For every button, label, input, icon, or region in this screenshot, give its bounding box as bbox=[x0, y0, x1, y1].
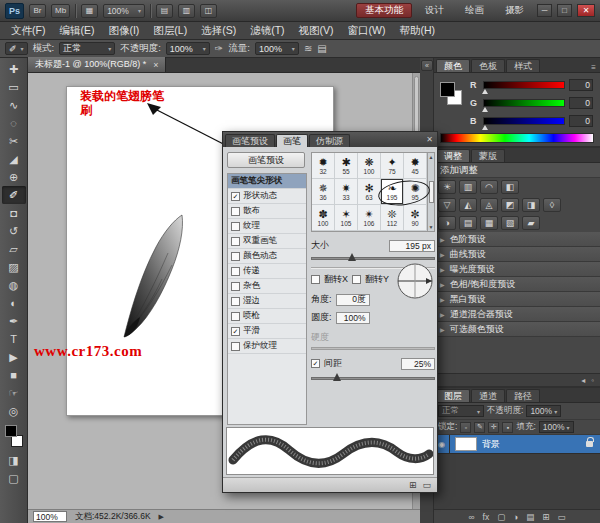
color-spectrum-ramp[interactable] bbox=[440, 133, 594, 143]
brush-tip[interactable]: ✸45 bbox=[404, 153, 427, 179]
add-mask-icon[interactable]: ▢ bbox=[497, 512, 505, 522]
color-balance-icon[interactable]: ◬ bbox=[480, 198, 498, 212]
brush-tip-wing-selected[interactable]: ❧195 bbox=[381, 179, 404, 205]
vibrance-icon[interactable]: ▽ bbox=[438, 198, 456, 212]
tab-color[interactable]: 颜色 bbox=[436, 59, 470, 72]
close-icon[interactable]: × bbox=[153, 60, 158, 70]
menu-window[interactable]: 窗口(W) bbox=[341, 22, 393, 39]
checkbox[interactable] bbox=[231, 342, 240, 351]
layer-thumbnail[interactable] bbox=[455, 437, 477, 451]
tab-adjustments[interactable]: 调整 bbox=[436, 149, 470, 162]
workspace-painting[interactable]: 绘画 bbox=[457, 3, 492, 18]
lasso-tool[interactable]: ∿ bbox=[2, 96, 26, 114]
transfer-item[interactable]: 传递 bbox=[228, 264, 306, 279]
menu-filter[interactable]: 滤镜(T) bbox=[243, 22, 291, 39]
spacing-checkbox[interactable]: ✓ bbox=[311, 359, 320, 368]
blue-slider[interactable] bbox=[483, 117, 565, 125]
quick-selection-tool[interactable]: ◌ bbox=[2, 114, 26, 132]
brush-preset-picker[interactable]: ✐ ▾ bbox=[5, 42, 28, 55]
scroll-up-icon[interactable]: ▲ bbox=[429, 154, 434, 160]
tab-swatches[interactable]: 色板 bbox=[471, 59, 505, 72]
levels-icon[interactable]: ▥ bbox=[459, 180, 477, 194]
slider-thumb[interactable] bbox=[482, 125, 488, 130]
brush-tip[interactable]: ✷33 bbox=[335, 179, 358, 205]
expander-icon[interactable]: ▶ bbox=[440, 326, 445, 333]
zoom-tool[interactable]: ◎ bbox=[2, 402, 26, 420]
path-selection-tool[interactable]: ▶ bbox=[2, 348, 26, 366]
roundness-value-field[interactable]: 100% bbox=[336, 312, 370, 324]
red-slider[interactable] bbox=[483, 81, 565, 89]
checkbox[interactable] bbox=[231, 282, 240, 291]
lock-all-icon[interactable]: ▪ bbox=[502, 422, 513, 433]
spacing-slider[interactable] bbox=[311, 373, 435, 382]
brush-tip[interactable]: ❊112 bbox=[381, 205, 404, 231]
brightness-contrast-icon[interactable]: ☀ bbox=[438, 180, 456, 194]
brush-tip[interactable]: ✽100 bbox=[312, 205, 335, 231]
brush-tip[interactable]: ✱55 bbox=[335, 153, 358, 179]
menu-image[interactable]: 图像(I) bbox=[101, 22, 146, 39]
levels-presets-item[interactable]: ▶ 色阶预设 bbox=[434, 232, 600, 247]
menu-select[interactable]: 选择(S) bbox=[194, 22, 243, 39]
pen-tool[interactable]: ✒ bbox=[2, 312, 26, 330]
brush-tool[interactable]: ✐ bbox=[2, 186, 26, 204]
scattering-item[interactable]: 散布 bbox=[228, 204, 306, 219]
eyedropper-tool[interactable]: ◢ bbox=[2, 150, 26, 168]
dodge-tool[interactable]: ◐ bbox=[2, 294, 26, 312]
adjustment-layer-icon[interactable]: ◑ bbox=[513, 512, 518, 522]
bridge-button[interactable]: Br bbox=[29, 4, 46, 18]
brush-tip[interactable]: ✦75 bbox=[381, 153, 404, 179]
airbrush-item[interactable]: 喷枪 bbox=[228, 309, 306, 324]
checkbox[interactable] bbox=[231, 312, 240, 321]
checkbox[interactable]: ✓ bbox=[231, 192, 240, 201]
red-value-field[interactable]: 0 bbox=[569, 79, 593, 91]
expander-icon[interactable]: ▶ bbox=[440, 281, 445, 288]
expander-icon[interactable]: ▶ bbox=[440, 311, 445, 318]
tab-styles[interactable]: 样式 bbox=[506, 59, 540, 72]
panel-menu-icon[interactable]: ≡ bbox=[591, 63, 596, 72]
marquee-tool[interactable]: ▭ bbox=[2, 78, 26, 96]
extras-icon[interactable]: ◫ bbox=[200, 4, 217, 18]
close-icon[interactable]: ✕ bbox=[426, 135, 433, 144]
type-tool[interactable]: T bbox=[2, 330, 26, 348]
threshold-icon[interactable]: ▦ bbox=[480, 216, 498, 230]
layer-style-icon[interactable]: fx bbox=[483, 512, 490, 522]
new-group-icon[interactable]: ▤ bbox=[526, 512, 534, 522]
noise-item[interactable]: 杂色 bbox=[228, 279, 306, 294]
checkbox[interactable] bbox=[231, 252, 240, 261]
workspace-essentials[interactable]: 基本功能 bbox=[356, 3, 412, 18]
brush-tip[interactable]: ✼90 bbox=[404, 205, 427, 231]
mini-bridge-button[interactable]: Mb bbox=[51, 4, 70, 18]
channel-mixer-presets-item[interactable]: ▶ 通道混合器预设 bbox=[434, 307, 600, 322]
lock-transparency-icon[interactable]: ▫ bbox=[460, 422, 471, 433]
brush-tip[interactable]: ❋100 bbox=[358, 153, 381, 179]
brush-tip[interactable]: ✵36 bbox=[312, 179, 335, 205]
checkbox[interactable] bbox=[231, 297, 240, 306]
workspace-design[interactable]: 设计 bbox=[417, 3, 452, 18]
gradient-tool[interactable]: ▨ bbox=[2, 258, 26, 276]
green-slider[interactable] bbox=[483, 99, 565, 107]
lock-pixels-icon[interactable]: ✎ bbox=[474, 422, 485, 433]
menu-edit[interactable]: 编辑(E) bbox=[52, 22, 101, 39]
brush-panel-titlebar[interactable]: 画笔预设 画笔 仿制源 ✕ bbox=[223, 132, 437, 147]
quick-mask-button[interactable]: ◨ bbox=[2, 451, 26, 469]
checkbox[interactable]: ✓ bbox=[231, 327, 240, 336]
posterize-icon[interactable]: ▤ bbox=[459, 216, 477, 230]
blue-value-field[interactable]: 0 bbox=[569, 115, 593, 127]
channel-mixer-icon[interactable]: ◊ bbox=[543, 198, 561, 212]
checkbox[interactable] bbox=[231, 207, 240, 216]
texture-item[interactable]: 纹理 bbox=[228, 219, 306, 234]
new-layer-icon[interactable]: ⊞ bbox=[542, 512, 549, 522]
dual-brush-item[interactable]: 双重画笔 bbox=[228, 234, 306, 249]
slider-thumb[interactable] bbox=[482, 89, 488, 94]
gradient-map-icon[interactable]: ▧ bbox=[501, 216, 519, 230]
eraser-tool[interactable]: ▱ bbox=[2, 240, 26, 258]
photo-filter-icon[interactable]: ◨ bbox=[522, 198, 540, 212]
status-zoom-input[interactable]: 100% bbox=[33, 511, 67, 522]
menu-view[interactable]: 视图(V) bbox=[292, 22, 341, 39]
brush-tip[interactable]: ✴106 bbox=[358, 205, 381, 231]
link-layers-icon[interactable]: ∞ bbox=[468, 512, 474, 522]
tablet-pressure-icon[interactable]: ✑ bbox=[215, 43, 223, 54]
view-extras-icon[interactable]: ▦ bbox=[81, 4, 98, 18]
black-white-presets-item[interactable]: ▶ 黑白预设 bbox=[434, 292, 600, 307]
new-brush-icon[interactable]: ⊞ bbox=[409, 480, 417, 490]
